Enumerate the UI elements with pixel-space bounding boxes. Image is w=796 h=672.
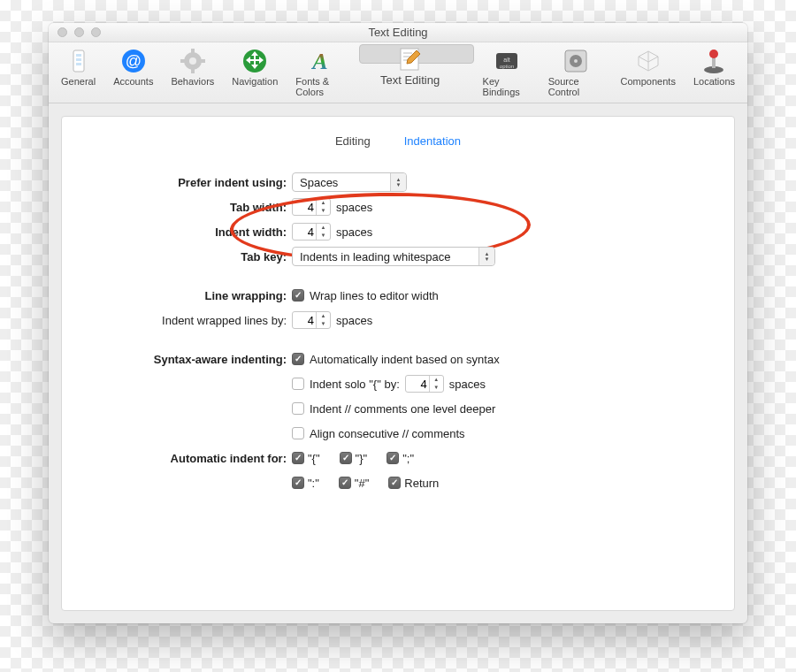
prefer-indent-select[interactable]: Spaces ▲▼ [292,172,407,192]
subtab-indentation[interactable]: Indentation [402,133,463,153]
pencil-note-icon [397,45,424,72]
slider-icon [65,48,92,74]
indent-comments-checkbox[interactable] [292,402,304,415]
close-icon[interactable] [57,27,67,37]
indent-solo-input[interactable] [406,378,429,391]
tab-text-editing[interactable]: Text Editing [359,44,474,64]
ai-return-checkbox[interactable] [388,477,401,489]
chevron-updown-icon: ▲▼ [478,248,494,265]
ai-hash-checkbox[interactable] [339,477,351,489]
keyboard-key-icon: altoption [494,48,520,74]
preferences-window: Text Editing General @ Accounts Behavior… [49,23,747,623]
svg-point-23 [709,50,718,58]
tab-navigation[interactable]: Navigation [223,44,287,103]
ai-colon-checkbox[interactable] [292,477,304,489]
move-icon [241,48,268,74]
tab-key-bindings[interactable]: altoption Key Bindings [474,44,540,103]
svg-point-7 [189,57,196,65]
wrap-lines-checkbox[interactable] [292,289,304,302]
indent-wrapped-input[interactable] [293,314,316,327]
svg-rect-10 [180,59,186,63]
font-icon: A [310,48,336,74]
svg-rect-9 [191,68,195,73]
titlebar: Text Editing [49,23,747,42]
minimize-icon[interactable] [74,27,84,37]
toolbar: General @ Accounts Behaviors Navigation … [49,42,747,103]
svg-rect-11 [200,59,205,63]
indent-solo-brace-checkbox[interactable] [292,378,304,390]
ai-open-brace-checkbox[interactable] [292,452,304,464]
svg-rect-8 [191,49,195,54]
subtab-bar: Editing Indentation [88,129,708,171]
tab-fonts[interactable]: A Fonts & Colors [287,44,358,103]
label-auto-indent-for: Automatic indent for: [88,452,292,465]
svg-rect-2 [76,58,81,61]
tab-source-control[interactable]: Source Control [540,44,612,103]
package-icon [635,48,662,74]
indent-wrapped-stepper[interactable]: ▲▼ [292,311,331,329]
svg-point-20 [574,59,578,63]
svg-rect-1 [76,54,81,57]
svg-text:A: A [310,49,327,74]
content-pane: Editing Indentation Prefer indent using:… [61,116,735,611]
align-comments-checkbox[interactable] [292,427,304,439]
vault-icon [563,48,589,74]
tab-components[interactable]: Components [612,44,685,103]
label-syntax-indent: Syntax-aware indenting: [88,353,292,366]
label-tab-key: Tab key: [88,250,292,263]
ai-close-brace-checkbox[interactable] [340,452,352,464]
indent-solo-stepper[interactable]: ▲▼ [405,375,444,393]
label-indent-wrapped: Indent wrapped lines by: [88,314,292,327]
at-icon: @ [120,48,147,74]
label-line-wrapping: Line wrapping: [88,289,292,302]
svg-text:@: @ [126,52,142,70]
tab-accounts[interactable]: @ Accounts [104,44,162,103]
window-title: Text Editing [49,26,747,39]
svg-rect-3 [76,63,81,65]
svg-text:alt: alt [503,57,509,63]
ai-semicolon-checkbox[interactable] [387,452,399,464]
joystick-icon [700,48,727,74]
gear-icon [180,48,206,74]
label-prefer-indent: Prefer indent using: [88,176,292,189]
svg-text:option: option [499,64,513,69]
auto-syntax-checkbox[interactable] [292,353,304,365]
subtab-editing[interactable]: Editing [333,133,372,153]
tab-locations[interactable]: Locations [685,44,744,103]
zoom-icon[interactable] [91,27,101,37]
tab-key-select[interactable]: Indents in leading whitespace ▲▼ [292,247,495,266]
chevron-updown-icon: ▲▼ [390,173,406,191]
tab-behaviors[interactable]: Behaviors [162,44,223,103]
tab-general[interactable]: General [52,44,104,103]
